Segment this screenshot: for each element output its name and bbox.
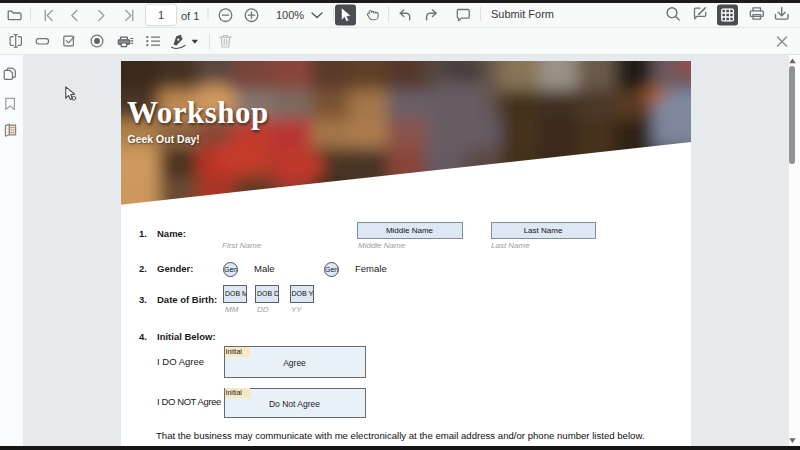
svg-text:100%: 100% bbox=[276, 9, 304, 21]
svg-text:of 1: of 1 bbox=[181, 10, 199, 22]
svg-text:1: 1 bbox=[158, 9, 164, 21]
svg-text:Submit Form: Submit Form bbox=[491, 8, 554, 20]
